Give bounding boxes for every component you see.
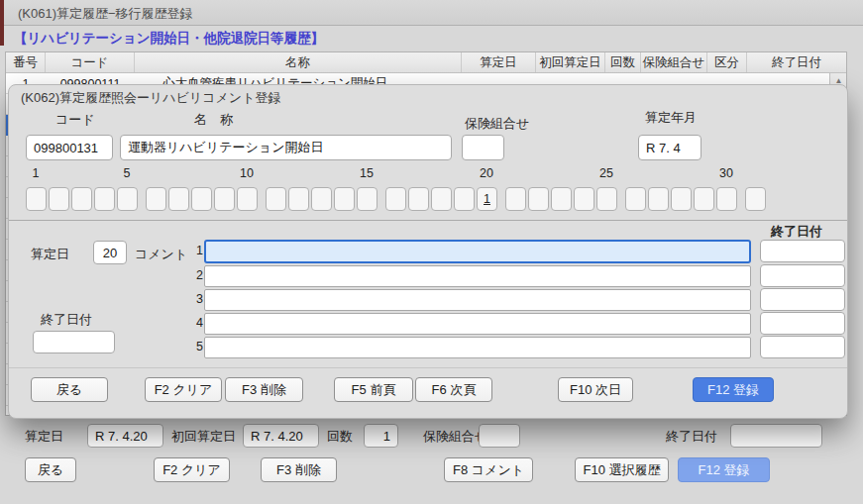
col-number[interactable]: 番号 bbox=[6, 52, 46, 72]
dialog-f5-prev-page-button[interactable]: F5 前頁 bbox=[334, 377, 413, 402]
dialog-back-button[interactable]: 戻る bbox=[31, 377, 108, 402]
day-cell-14[interactable] bbox=[334, 187, 355, 211]
code-label: コード bbox=[55, 111, 95, 129]
dialog-f6-next-page-button[interactable]: F6 次頁 bbox=[415, 377, 492, 402]
day-cell-12[interactable] bbox=[288, 187, 309, 211]
day-cell-30[interactable] bbox=[716, 187, 737, 211]
santeibi-field[interactable]: R 7. 4.20 bbox=[87, 424, 163, 448]
day-cell-19[interactable] bbox=[454, 187, 475, 211]
count-field[interactable]: 1 bbox=[364, 424, 398, 448]
count-label: 回数 bbox=[327, 428, 353, 446]
comment-input-1[interactable] bbox=[204, 240, 751, 263]
day-cell-5[interactable] bbox=[117, 187, 138, 211]
end-date-input-3[interactable] bbox=[760, 288, 845, 311]
col-santei-date[interactable]: 算定日 bbox=[462, 52, 536, 72]
comment-dialog: (K062)算定履歴照会ーリハビリコメント登録 コード 名 称 保険組合せ 算定… bbox=[8, 84, 848, 419]
col-name[interactable]: 名称 bbox=[135, 52, 462, 72]
end-date-left-label: 終了日付 bbox=[41, 311, 92, 329]
background-window-edge bbox=[0, 0, 4, 46]
day-cell-9[interactable] bbox=[214, 187, 235, 211]
f10-select-history-button[interactable]: F10 選択履歴 bbox=[575, 457, 669, 482]
comment-row-number: 5 bbox=[187, 340, 203, 353]
comment-row-number: 2 bbox=[187, 268, 203, 282]
day-cell-11[interactable] bbox=[266, 187, 286, 211]
f8-comment-button[interactable]: F8 コメント bbox=[444, 457, 533, 482]
day-scale: 1 5 10 15 20 25 30 bbox=[26, 166, 779, 181]
day-cell-3[interactable] bbox=[71, 187, 92, 211]
day-cell-20[interactable]: 1 bbox=[477, 187, 497, 211]
first-santeibi-field[interactable]: R 7. 4.20 bbox=[243, 424, 319, 448]
f2-clear-button[interactable]: F2 クリア bbox=[154, 457, 230, 482]
day-cell-10[interactable] bbox=[237, 187, 258, 211]
scale-25: 25 bbox=[587, 166, 626, 180]
day-cell-31[interactable] bbox=[745, 187, 766, 211]
day-cell-26[interactable] bbox=[625, 187, 646, 211]
end-date-column-label: 終了日付 bbox=[771, 223, 822, 241]
comment-input-2[interactable] bbox=[204, 265, 751, 287]
end-date-left-field[interactable] bbox=[33, 331, 115, 353]
comment-input-5[interactable] bbox=[204, 337, 751, 358]
scale-5: 5 bbox=[107, 166, 147, 180]
back-button[interactable]: 戻る bbox=[25, 457, 76, 482]
scale-10: 10 bbox=[227, 166, 267, 180]
day-cell-13[interactable] bbox=[311, 187, 332, 211]
day-cell-2[interactable] bbox=[49, 187, 69, 211]
window-title: (K061)算定履歴−移行履歴登録 bbox=[18, 5, 193, 23]
dialog-f3-delete-button[interactable]: F3 削除 bbox=[225, 377, 303, 402]
day-cell-22[interactable] bbox=[528, 187, 549, 211]
name-label: 名 称 bbox=[194, 111, 233, 129]
day-cell-16[interactable] bbox=[385, 187, 406, 211]
col-insurance[interactable]: 保険組合せ bbox=[641, 52, 707, 72]
day-cell-7[interactable] bbox=[168, 187, 189, 211]
day-cell-29[interactable] bbox=[694, 187, 714, 211]
day-cell-17[interactable] bbox=[408, 187, 429, 211]
col-first-date[interactable]: 初回算定日 bbox=[536, 52, 605, 72]
f3-delete-button[interactable]: F3 削除 bbox=[261, 457, 337, 482]
section-header: 【リハビリテーション開始日・他院退院日等履歴】 bbox=[14, 30, 324, 48]
day-cell-8[interactable] bbox=[191, 187, 212, 211]
col-end-date[interactable]: 終了日付 bbox=[747, 52, 846, 72]
day-cell-4[interactable] bbox=[94, 187, 115, 211]
day-cell-24[interactable] bbox=[574, 187, 594, 211]
day-cell-1[interactable] bbox=[26, 187, 47, 211]
col-code[interactable]: コード bbox=[46, 52, 135, 72]
santeibi-day-field[interactable]: 20 bbox=[93, 241, 127, 264]
end-date-input-2[interactable] bbox=[760, 264, 845, 287]
day-cell-6[interactable] bbox=[146, 187, 166, 211]
code-field[interactable]: 099800131 bbox=[26, 135, 113, 160]
day-cell-27[interactable] bbox=[648, 187, 669, 211]
day-cell-15[interactable] bbox=[357, 187, 378, 211]
first-santeibi-label: 初回算定日 bbox=[171, 428, 236, 446]
col-category[interactable]: 区分 bbox=[707, 52, 747, 72]
scale-1: 1 bbox=[16, 166, 55, 180]
santeibi-label: 算定日 bbox=[31, 246, 69, 263]
end-date-input-1[interactable] bbox=[760, 240, 845, 262]
table-header-row: 番号 コード 名称 算定日 初回算定日 回数 保険組合せ 区分 終了日付 bbox=[6, 52, 846, 73]
insurance-field[interactable] bbox=[462, 135, 504, 160]
insurance-label: 保険組合せ bbox=[465, 115, 529, 133]
santei-period-label: 算定年月 bbox=[645, 109, 697, 127]
comment-input-4[interactable] bbox=[204, 313, 751, 335]
day-cell-18[interactable] bbox=[431, 187, 452, 211]
end-date-input-5[interactable] bbox=[760, 336, 845, 358]
insurance-field[interactable] bbox=[479, 424, 520, 448]
comment-row-number: 1 bbox=[187, 244, 203, 257]
end-date-input-4[interactable] bbox=[760, 312, 845, 335]
comment-input-3[interactable] bbox=[204, 289, 751, 311]
dialog-f2-clear-button[interactable]: F2 クリア bbox=[145, 377, 222, 402]
dialog-f10-next-day-button[interactable]: F10 次日 bbox=[558, 377, 633, 402]
santei-period-field[interactable]: R 7. 4 bbox=[638, 135, 701, 160]
day-cell-28[interactable] bbox=[671, 187, 692, 211]
name-field[interactable]: 運動器リハビリテーション開始日 bbox=[120, 135, 452, 160]
comment-row-number: 4 bbox=[187, 316, 203, 330]
day-cell-25[interactable] bbox=[596, 187, 617, 211]
scale-30: 30 bbox=[706, 166, 746, 180]
day-cell-21[interactable] bbox=[505, 187, 526, 211]
dialog-f12-register-button[interactable]: F12 登録 bbox=[693, 377, 774, 402]
col-count[interactable]: 回数 bbox=[605, 52, 641, 72]
end-date-field[interactable] bbox=[730, 424, 822, 448]
end-date-label: 終了日付 bbox=[666, 428, 717, 446]
scale-20: 20 bbox=[467, 166, 506, 180]
f12-register-button[interactable]: F12 登録 bbox=[678, 457, 770, 482]
day-cell-23[interactable] bbox=[551, 187, 572, 211]
